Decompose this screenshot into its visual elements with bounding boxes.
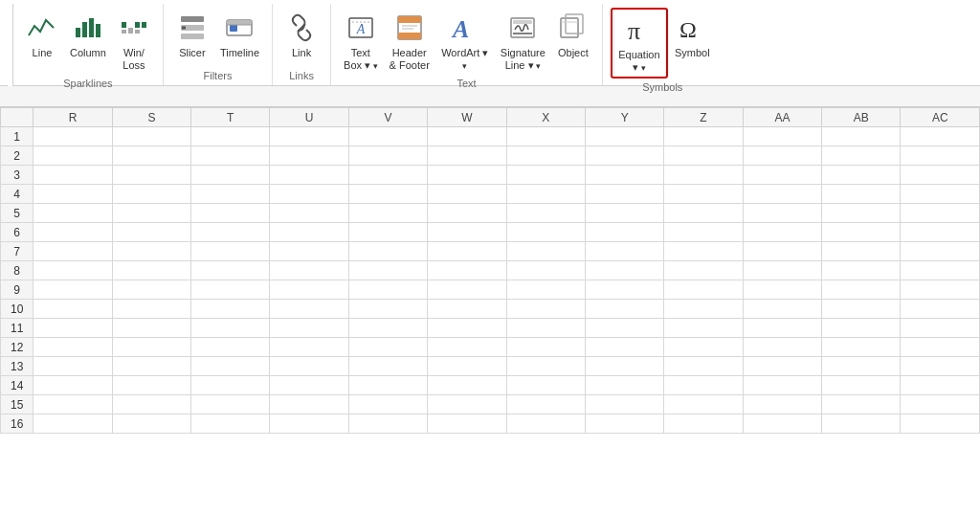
cell-AC7[interactable] [901,242,980,261]
cell-AB13[interactable] [822,357,901,376]
cell-AB6[interactable] [822,223,901,242]
cell-V3[interactable] [348,166,427,185]
cell-Z1[interactable] [664,127,743,146]
cell-V12[interactable] [348,338,427,357]
cell-AC16[interactable] [901,414,980,434]
cell-AB14[interactable] [822,376,901,395]
cell-W10[interactable] [428,300,506,319]
cell-X6[interactable] [506,223,585,242]
cell-T5[interactable] [191,204,270,223]
cell-T1[interactable] [191,127,270,146]
cell-AA16[interactable] [743,414,821,434]
cell-AA6[interactable] [743,223,821,242]
cell-Z5[interactable] [664,204,743,223]
cell-AC14[interactable] [901,376,980,395]
cell-U12[interactable] [270,338,348,357]
col-header-Z[interactable]: Z [664,108,743,127]
cell-Z13[interactable] [664,357,743,376]
cell-Z10[interactable] [664,300,743,319]
cell-AB9[interactable] [822,280,901,300]
cell-U14[interactable] [270,376,348,395]
cell-AC2[interactable] [901,146,980,166]
cell-AB10[interactable] [822,300,901,319]
cell-AA10[interactable] [743,300,821,319]
cell-AA13[interactable] [743,357,821,376]
cell-Y6[interactable] [585,223,663,242]
ribbon-btn-link[interactable]: Link [280,8,323,62]
cell-X9[interactable] [506,280,585,300]
cell-V9[interactable] [348,280,427,300]
cell-W8[interactable] [428,261,506,280]
cell-Z8[interactable] [664,261,743,280]
ribbon-btn-object[interactable]: Object [552,8,594,62]
cell-X15[interactable] [506,395,585,414]
cell-AB16[interactable] [822,414,901,434]
cell-U10[interactable] [270,300,348,319]
cell-T4[interactable] [191,185,270,204]
cell-W12[interactable] [428,338,506,357]
cell-R11[interactable] [33,319,112,338]
col-header-T[interactable]: T [191,108,270,127]
cell-T11[interactable] [191,319,270,338]
cell-U3[interactable] [270,166,348,185]
cell-R8[interactable] [33,261,112,280]
cell-AA1[interactable] [743,127,821,146]
cell-V11[interactable] [348,319,427,338]
cell-T16[interactable] [191,414,270,434]
cell-W13[interactable] [428,357,506,376]
cell-W11[interactable] [428,319,506,338]
cell-Y7[interactable] [585,242,663,261]
cell-V8[interactable] [348,261,427,280]
cell-W14[interactable] [428,376,506,395]
cell-W1[interactable] [428,127,506,146]
col-header-U[interactable]: U [270,108,348,127]
cell-V6[interactable] [348,223,427,242]
cell-R15[interactable] [33,395,112,414]
cell-AC3[interactable] [901,166,980,185]
cell-AA8[interactable] [743,261,821,280]
cell-Y13[interactable] [585,357,663,376]
cell-R1[interactable] [33,127,112,146]
cell-S14[interactable] [112,376,190,395]
cell-AC13[interactable] [901,357,980,376]
ribbon-btn-column[interactable]: Column [65,8,111,62]
cell-Y2[interactable] [585,146,663,166]
cell-R2[interactable] [33,146,112,166]
cell-S15[interactable] [112,395,190,414]
cell-AC10[interactable] [901,300,980,319]
cell-T3[interactable] [191,166,270,185]
cell-T8[interactable] [191,261,270,280]
cell-T13[interactable] [191,357,270,376]
ribbon-btn-line[interactable]: Line [21,8,63,62]
cell-Y14[interactable] [585,376,663,395]
cell-R3[interactable] [33,166,112,185]
cell-W7[interactable] [428,242,506,261]
cell-R13[interactable] [33,357,112,376]
cell-U15[interactable] [270,395,348,414]
cell-Y4[interactable] [585,185,663,204]
cell-Y9[interactable] [585,280,663,300]
cell-AA11[interactable] [743,319,821,338]
cell-AC15[interactable] [901,395,980,414]
cell-AC9[interactable] [901,280,980,300]
cell-V15[interactable] [348,395,427,414]
cell-S2[interactable] [112,146,190,166]
cell-Z3[interactable] [664,166,743,185]
cell-S11[interactable] [112,319,190,338]
cell-S13[interactable] [112,357,190,376]
cell-AA14[interactable] [743,376,821,395]
cell-AA15[interactable] [743,395,821,414]
cell-R14[interactable] [33,376,112,395]
cell-S12[interactable] [112,338,190,357]
cell-AA12[interactable] [743,338,821,357]
cell-AC8[interactable] [901,261,980,280]
col-header-AC[interactable]: AC [901,108,980,127]
cell-AC4[interactable] [901,185,980,204]
cell-Z7[interactable] [664,242,743,261]
cell-Z4[interactable] [664,185,743,204]
cell-R7[interactable] [33,242,112,261]
cell-AB5[interactable] [822,204,901,223]
cell-V2[interactable] [348,146,427,166]
cell-Y16[interactable] [585,414,663,434]
cell-R5[interactable] [33,204,112,223]
